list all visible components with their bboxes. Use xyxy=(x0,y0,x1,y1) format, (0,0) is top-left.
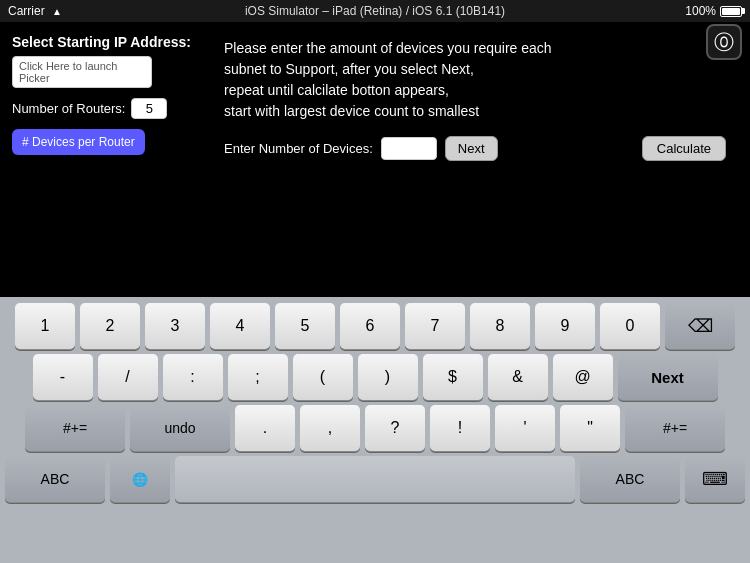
key-6[interactable]: 6 xyxy=(340,303,400,349)
key-close-paren[interactable]: ) xyxy=(358,354,418,400)
key-space[interactable] xyxy=(175,456,575,502)
key-slash[interactable]: / xyxy=(98,354,158,400)
launch-picker-button[interactable]: Click Here to launch Picker xyxy=(12,56,152,88)
app-icon[interactable]: ⓪ xyxy=(706,24,744,62)
key-hash[interactable]: #+= xyxy=(25,405,125,451)
key-0[interactable]: 0 xyxy=(600,303,660,349)
backspace-key[interactable]: ⌫ xyxy=(665,303,735,349)
keyboard: 1 2 3 4 5 6 7 8 9 0 ⌫ - / : ; ( ) $ & @ … xyxy=(0,297,750,563)
key-9[interactable]: 9 xyxy=(535,303,595,349)
carrier-label: Carrier xyxy=(8,4,45,18)
instruction-line-1: Please enter the amount of devices you r… xyxy=(224,38,726,59)
key-dash[interactable]: - xyxy=(33,354,93,400)
key-ampersand[interactable]: & xyxy=(488,354,548,400)
key-1[interactable]: 1 xyxy=(15,303,75,349)
keyboard-row-numbers: 1 2 3 4 5 6 7 8 9 0 ⌫ xyxy=(4,303,746,349)
devices-per-router-button[interactable]: # Devices per Router xyxy=(12,129,145,155)
window-title: iOS Simulator – iPad (Retina) / iOS 6.1 … xyxy=(245,4,505,18)
next-button[interactable]: Next xyxy=(445,136,498,161)
key-2[interactable]: 2 xyxy=(80,303,140,349)
devices-input[interactable] xyxy=(381,137,437,160)
instruction-line-2: subnet to Support, after you select Next… xyxy=(224,59,726,80)
key-hash-2[interactable]: #+= xyxy=(625,405,725,451)
key-at[interactable]: @ xyxy=(553,354,613,400)
instruction-line-3: repeat until calcilate botton appears, xyxy=(224,80,726,101)
key-8[interactable]: 8 xyxy=(470,303,530,349)
key-apostrophe[interactable]: ' xyxy=(495,405,555,451)
keyboard-row-symbols: - / : ; ( ) $ & @ Next xyxy=(4,354,746,400)
select-ip-label: Select Starting IP Address: xyxy=(12,34,204,50)
key-exclaim[interactable]: ! xyxy=(430,405,490,451)
key-7[interactable]: 7 xyxy=(405,303,465,349)
key-4[interactable]: 4 xyxy=(210,303,270,349)
battery-icon xyxy=(720,6,742,17)
key-3[interactable]: 3 xyxy=(145,303,205,349)
battery-percent: 100% xyxy=(685,4,716,18)
number-of-routers-label: Number of Routers: xyxy=(12,101,125,116)
routers-input[interactable] xyxy=(131,98,167,119)
key-open-paren[interactable]: ( xyxy=(293,354,353,400)
key-dollar[interactable]: $ xyxy=(423,354,483,400)
keyboard-row-bottom: ABC 🌐 ABC ⌨ xyxy=(4,456,746,502)
key-comma[interactable]: , xyxy=(300,405,360,451)
key-period[interactable]: . xyxy=(235,405,295,451)
enter-devices-label: Enter Number of Devices: xyxy=(224,141,373,156)
key-question[interactable]: ? xyxy=(365,405,425,451)
key-abc-left[interactable]: ABC xyxy=(5,456,105,502)
wifi-icon: ▲ xyxy=(52,6,62,17)
key-semicolon[interactable]: ; xyxy=(228,354,288,400)
key-abc-right[interactable]: ABC xyxy=(580,456,680,502)
keyboard-row-more-symbols: #+= undo . , ? ! ' " #+= xyxy=(4,405,746,451)
key-undo[interactable]: undo xyxy=(130,405,230,451)
key-quote[interactable]: " xyxy=(560,405,620,451)
key-keyboard-hide[interactable]: ⌨ xyxy=(685,456,745,502)
key-emoji[interactable]: 🌐 xyxy=(110,456,170,502)
next-key[interactable]: Next xyxy=(618,354,718,400)
key-5[interactable]: 5 xyxy=(275,303,335,349)
key-colon[interactable]: : xyxy=(163,354,223,400)
instruction-line-4: start with largest device count to small… xyxy=(224,101,726,122)
calculate-button[interactable]: Calculate xyxy=(642,136,726,161)
